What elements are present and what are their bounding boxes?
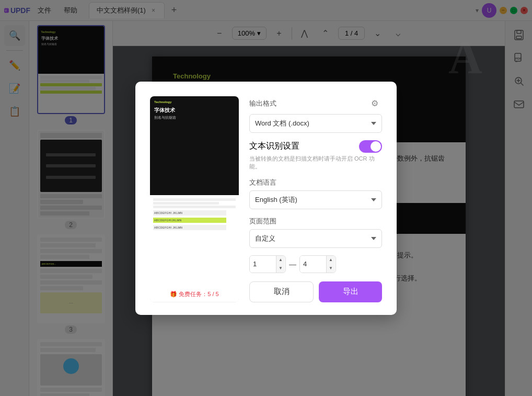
ocr-row: 文本识别设置 bbox=[249, 140, 382, 153]
output-format-section: 输出格式 ⚙ bbox=[249, 96, 382, 111]
modal-form: 输出格式 ⚙ Word 文档 (.docx) Excel 表格 (.xlsx) … bbox=[249, 96, 382, 302]
preview-body: ABCDEFGHI JKLMN ABCDEFGHIJKLMN ABCDEFGHI… bbox=[150, 195, 239, 302]
page-to-input[interactable] bbox=[300, 256, 326, 273]
preview-tag: Technology bbox=[154, 100, 235, 104]
page-range-dash: — bbox=[289, 260, 296, 268]
modal-buttons: 取消 导出 bbox=[249, 281, 382, 302]
page-range-section-label: 页面范围 bbox=[249, 217, 382, 226]
page-to-down-arrow[interactable]: ▼ bbox=[327, 264, 335, 273]
output-format-label: 输出格式 bbox=[249, 99, 276, 108]
preview-title: 字体技术 bbox=[154, 107, 235, 114]
language-label: 文档语言 bbox=[249, 178, 276, 187]
free-tasks-icon: 🎁 bbox=[170, 291, 177, 297]
ocr-toggle[interactable] bbox=[359, 140, 382, 153]
free-tasks-text: 免费任务：5 / 5 bbox=[179, 291, 218, 297]
modal-preview: Technology 字体技术 别名与抗锯齿 ABCDEFGHI JKLMN A… bbox=[150, 96, 239, 302]
cancel-button[interactable]: 取消 bbox=[249, 281, 314, 302]
page-from-arrows: ▲ ▼ bbox=[276, 256, 285, 273]
modal-content: Technology 字体技术 别名与抗锯齿 ABCDEFGHI JKLMN A… bbox=[150, 96, 382, 302]
language-section-label: 文档语言 bbox=[249, 178, 382, 187]
page-range-label: 页面范围 bbox=[249, 217, 276, 226]
page-from-down-arrow[interactable]: ▼ bbox=[276, 264, 285, 273]
preview-image: Technology 字体技术 别名与抗锯齿 ABCDEFGHI JKLMN A… bbox=[150, 96, 239, 302]
preview-abc-row1: ABCDEFGHI JKLMN bbox=[153, 210, 236, 216]
page-to-arrows: ▲ ▼ bbox=[326, 256, 335, 273]
format-select[interactable]: Word 文档 (.docx) Excel 表格 (.xlsx) PowerPo… bbox=[249, 114, 382, 133]
preview-abc-row2: ABCDEFGHIJKLMN bbox=[153, 218, 236, 223]
page-from-wrap: ▲ ▼ bbox=[249, 255, 286, 273]
ocr-hint-text: 当被转换的文档是扫描文档时请手动开启 OCR 功能。 bbox=[249, 155, 382, 171]
page-from-up-arrow[interactable]: ▲ bbox=[276, 256, 285, 264]
export-button[interactable]: 导出 bbox=[319, 281, 382, 302]
ocr-label: 文本识别设置 bbox=[249, 141, 299, 152]
modal-overlay: Technology 字体技术 别名与抗锯齿 ABCDEFGHI JKLMN A… bbox=[0, 0, 532, 396]
export-modal: Technology 字体技术 别名与抗锯齿 ABCDEFGHI JKLMN A… bbox=[135, 82, 397, 315]
page-range-select[interactable]: 自定义 全部 当前页 bbox=[249, 229, 382, 248]
preview-subtitle: 别名与抗锯齿 bbox=[154, 115, 235, 120]
page-to-up-arrow[interactable]: ▲ bbox=[327, 256, 335, 264]
page-from-input[interactable] bbox=[250, 256, 276, 273]
page-to-wrap: ▲ ▼ bbox=[299, 255, 336, 273]
preview-abc-row3: ABCDEFGHI JKLMN bbox=[153, 225, 236, 230]
page-range-inputs: ▲ ▼ — ▲ ▼ bbox=[249, 255, 382, 273]
settings-gear-button[interactable]: ⚙ bbox=[367, 96, 382, 111]
language-select[interactable]: English (英语) 中文 (简体) 中文 (繁体) 日本語 한국어 bbox=[249, 190, 382, 209]
free-tasks-label: 🎁 免费任务：5 / 5 bbox=[150, 290, 239, 298]
